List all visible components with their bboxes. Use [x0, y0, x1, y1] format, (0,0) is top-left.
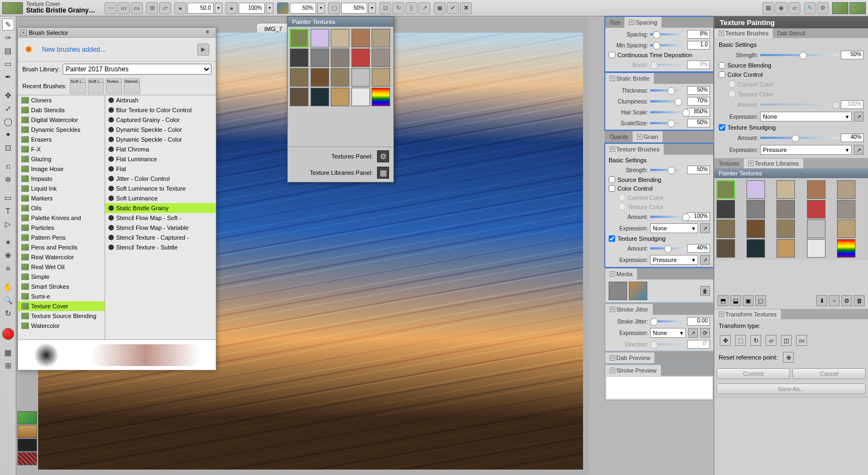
texture-swatch[interactable]: [290, 68, 308, 87]
commit-button[interactable]: Commit: [717, 368, 790, 379]
brush-selector-header[interactable]: × Brush Selector ≡: [18, 28, 216, 38]
hand-tool-icon[interactable]: ✋: [2, 281, 14, 293]
tab-stroke-jitter[interactable]: ×Stroke Jitter: [605, 304, 653, 315]
move-tool-icon[interactable]: ✥: [2, 89, 14, 101]
tool-reset-icon[interactable]: ↻: [392, 2, 404, 14]
close-icon[interactable]: ×: [610, 271, 615, 277]
panel-icon-2[interactable]: ◉: [775, 2, 787, 14]
panel-icon-1[interactable]: ▦: [762, 2, 774, 14]
grain-dropdown[interactable]: ▾: [317, 3, 325, 14]
grain-input[interactable]: [290, 3, 316, 14]
clumpiness-slider[interactable]: [650, 100, 685, 102]
texture-swatch[interactable]: [746, 239, 765, 258]
texture-swatch[interactable]: [351, 29, 370, 47]
texture-swatch[interactable]: [311, 29, 329, 47]
brush-variant-list[interactable]: AirbrushBlur Texture to Color ControlCap…: [105, 95, 216, 339]
eraser-tool-icon[interactable]: ▭: [2, 58, 14, 70]
tb-strength-slider[interactable]: [650, 169, 685, 171]
transform-rotate-icon[interactable]: ↻: [750, 335, 761, 346]
close-icon[interactable]: ×: [637, 134, 642, 139]
kaleido-tool-icon[interactable]: ❋: [2, 249, 14, 261]
recent-brush-item[interactable]: Soft L...: [88, 78, 104, 94]
spacing-value[interactable]: 8%: [687, 30, 710, 39]
tp-smudging-checkbox[interactable]: [719, 124, 725, 131]
bucket-tool-icon[interactable]: ✒: [2, 71, 14, 83]
category-item[interactable]: Watercolor: [18, 321, 105, 331]
category-item[interactable]: Dab Stencils: [18, 105, 105, 115]
trash-icon[interactable]: 🗑: [700, 286, 710, 296]
variant-item[interactable]: Dynamic Speckle - Color: [105, 135, 216, 144]
opacity-input[interactable]: [239, 3, 265, 14]
texture-swatch[interactable]: [717, 200, 735, 218]
new-icon[interactable]: ▫: [829, 295, 840, 306]
category-item[interactable]: Texture Source Blending: [18, 311, 105, 321]
texture-swatch[interactable]: [331, 29, 349, 47]
texture-swatch[interactable]: [290, 48, 308, 67]
tool-icon-a[interactable]: ⊡: [379, 2, 391, 14]
texture-dropdown-grid[interactable]: [288, 27, 393, 147]
texture-swatch[interactable]: [776, 180, 795, 199]
reset-reference-icon[interactable]: ⊕: [783, 352, 794, 363]
transform-skew-icon[interactable]: ▱: [766, 335, 776, 346]
category-item[interactable]: Sumi-e: [18, 291, 105, 301]
color-control-checkbox[interactable]: [609, 185, 615, 192]
opacity-dropdown[interactable]: ▾: [266, 3, 274, 14]
texture-swatch[interactable]: [372, 48, 390, 67]
category-item[interactable]: Simple: [18, 272, 105, 282]
close-icon[interactable]: ×: [20, 29, 27, 36]
variant-item[interactable]: Blur Texture to Color Control: [105, 105, 216, 115]
variant-item[interactable]: Flat: [105, 164, 216, 174]
hairscale-slider[interactable]: [650, 111, 685, 113]
tab-transform-textures[interactable]: ×Transform Textures: [714, 309, 781, 319]
variant-item[interactable]: Airbrush: [105, 95, 216, 105]
tool-icon-d[interactable]: ▣: [434, 2, 446, 14]
tab-static-bristle[interactable]: ×Static Bristle: [605, 73, 654, 84]
transform-distort-icon[interactable]: ◫: [781, 335, 792, 346]
category-item[interactable]: Particles: [18, 223, 105, 233]
texture-swatch[interactable]: [351, 48, 370, 67]
brush-title-block[interactable]: Texture Cover Static Bristle Grainy L...: [26, 1, 97, 14]
category-item[interactable]: Liquid Ink: [18, 184, 105, 193]
tab-tp-textures[interactable]: Textures: [714, 159, 744, 168]
new-brushes-row[interactable]: ✸ New brushes added... ▶: [18, 38, 216, 62]
category-item[interactable]: Real Watercolor: [18, 252, 105, 262]
brush-tool-icon[interactable]: ✎: [2, 19, 14, 31]
media-swatch-3[interactable]: [17, 439, 37, 452]
texture-swatch[interactable]: [372, 88, 390, 106]
dropper-tool-icon[interactable]: ✑: [2, 32, 14, 44]
new-brushes-link[interactable]: New brushes added...: [42, 46, 106, 53]
texture-swatch[interactable]: [776, 200, 795, 218]
variant-item[interactable]: Flat Chroma: [105, 144, 216, 154]
variant-item[interactable]: Static Bristle Grainy: [105, 203, 216, 213]
texture-swatch[interactable]: [746, 200, 765, 218]
variant-item[interactable]: Soft Luminance: [105, 193, 216, 203]
texture-swatch[interactable]: [717, 180, 735, 199]
category-item[interactable]: Texture Cover: [18, 301, 105, 311]
direction-icon[interactable]: ⟳: [700, 328, 710, 338]
texture-swatch[interactable]: [807, 220, 825, 238]
texture-swatch[interactable]: [290, 29, 308, 47]
recent-brush-item[interactable]: Textur...: [106, 78, 122, 94]
sj-expression-select[interactable]: None▾: [650, 328, 686, 338]
tab-texture-brushes[interactable]: ×Texture Brushes: [605, 144, 664, 155]
resat-dropdown[interactable]: ▾: [368, 3, 376, 14]
tb-expression-select[interactable]: None▾: [650, 223, 698, 233]
export-icon[interactable]: ⬓: [730, 295, 741, 306]
texture-swatch[interactable]: [717, 239, 735, 258]
variant-item[interactable]: Stencil Flow Map - Soft -: [105, 213, 216, 223]
tab-tp-dab-stencil[interactable]: Dab Stencil: [773, 28, 809, 38]
tab-tp-texture-brushes[interactable]: ×Texture Brushes: [714, 28, 773, 38]
texture-swatch[interactable]: [837, 239, 855, 258]
transform-scale-icon[interactable]: ⬚: [735, 335, 746, 346]
category-item[interactable]: Pens and Pencils: [18, 242, 105, 252]
variant-item[interactable]: Dynamic Speckle - Color: [105, 125, 216, 135]
category-item[interactable]: Real Wet Oil: [18, 262, 105, 272]
variant-item[interactable]: Stencil Texture - Captured -: [105, 233, 216, 242]
dab-type-icon[interactable]: 〰: [105, 2, 117, 14]
recent-brush-item[interactable]: Stencil...: [124, 78, 140, 94]
texture-swatch[interactable]: [837, 200, 855, 218]
tp-texture-grid[interactable]: [714, 178, 868, 260]
category-item[interactable]: Pattern Pens: [18, 233, 105, 242]
invert-icon[interactable]: ↗: [854, 112, 864, 121]
texture-swatch[interactable]: [311, 48, 329, 67]
